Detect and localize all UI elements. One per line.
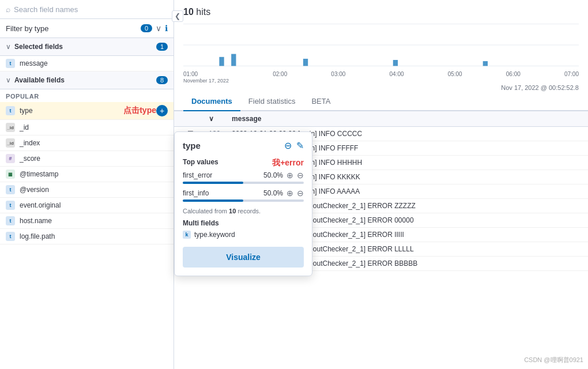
include-first-error-button[interactable]: ⊕ bbox=[287, 171, 293, 180]
popup-actions: ⊖ ✎ bbox=[284, 140, 304, 151]
selected-fields-header[interactable]: ∨ Selected fields 1 bbox=[0, 38, 174, 56]
svg-rect-7 bbox=[483, 61, 488, 66]
sidebar-toggle-button[interactable]: ❮ bbox=[172, 10, 183, 22]
search-icon: ⌕ bbox=[6, 5, 10, 14]
field-name-message: message bbox=[20, 59, 168, 67]
field-type-t-icon: t bbox=[6, 216, 15, 225]
multi-fields-label: Multi fields bbox=[183, 219, 304, 227]
field-name-logpath: log.file.path bbox=[20, 232, 168, 240]
value-row-first-error: first_error 50.0% ⊕ ⊖ bbox=[183, 171, 304, 184]
field-item-version[interactable]: t @version bbox=[0, 182, 174, 198]
field-name-type: type bbox=[20, 107, 121, 115]
field-name-hostname: host.name bbox=[20, 217, 168, 225]
search-box: ⌕ bbox=[0, 0, 174, 19]
progress-fill-first-error bbox=[183, 182, 243, 184]
tab-beta[interactable]: BETA bbox=[303, 92, 338, 111]
field-type-t-icon: t bbox=[6, 232, 15, 241]
field-item-score[interactable]: # _score bbox=[0, 151, 174, 167]
field-type-t-icon: t bbox=[6, 59, 15, 68]
available-count-badge: 8 bbox=[156, 76, 168, 84]
field-type-hash-icon: # bbox=[6, 154, 15, 163]
field-type-id-icon: _id bbox=[6, 123, 15, 132]
available-fields-header[interactable]: ∨ Available fields 8 bbox=[0, 71, 174, 89]
tab-field-statistics[interactable]: Field statistics bbox=[240, 92, 304, 111]
chevron-icon: ∨ bbox=[6, 43, 11, 51]
field-type-t-icon: t bbox=[6, 201, 15, 210]
chevron-down-icon: ∨ bbox=[156, 24, 161, 33]
search-input[interactable] bbox=[14, 5, 168, 14]
svg-rect-4 bbox=[231, 54, 236, 66]
tabs-bar: Documents Field statistics BETA bbox=[174, 92, 588, 111]
col-message[interactable]: message bbox=[226, 111, 588, 127]
keyword-item[interactable]: k type.keyword bbox=[183, 231, 304, 239]
col-actions bbox=[174, 111, 203, 127]
top-values-label: Top values 我+error bbox=[183, 158, 304, 166]
progress-bar-first-info bbox=[183, 199, 304, 202]
field-item-logpath[interactable]: t log.file.path bbox=[0, 229, 174, 244]
sidebar: ⌕ Filter by type 0 ∨ ℹ ∨ Selected fields… bbox=[0, 0, 174, 369]
field-type-cal-icon: ▦ bbox=[6, 170, 15, 179]
exclude-first-info-button[interactable]: ⊖ bbox=[297, 189, 304, 198]
watermark: CSDN @哩啊普0921 bbox=[524, 356, 583, 364]
field-type-t-icon: t bbox=[6, 185, 15, 194]
edit-icon[interactable]: ✎ bbox=[296, 140, 304, 151]
add-type-button[interactable]: + bbox=[156, 105, 168, 116]
filter-label: Filter by type bbox=[6, 24, 141, 33]
value-pct-first-info: 50.0% bbox=[263, 189, 283, 197]
field-item-id[interactable]: _id _id bbox=[0, 120, 174, 135]
field-name-id: _id bbox=[20, 123, 168, 131]
field-item-type[interactable]: t type 点击type + bbox=[0, 102, 174, 120]
hits-label: hits bbox=[196, 7, 210, 17]
click-type-annotation: 点击type bbox=[123, 106, 156, 116]
field-name-index: _index bbox=[20, 139, 168, 147]
popup-header: type ⊖ ✎ bbox=[183, 140, 304, 151]
chart-timestamp: Nov 17, 2022 @ 00:52:52.8 bbox=[174, 83, 588, 92]
keyword-type-icon: k bbox=[183, 231, 191, 239]
tab-beta-label: BETA bbox=[311, 97, 330, 106]
col-expand: ∨ bbox=[203, 111, 226, 127]
field-name-version: @version bbox=[20, 186, 168, 194]
popular-label: Popular bbox=[0, 89, 174, 102]
progress-bar-first-error bbox=[183, 182, 304, 184]
progress-fill-first-info bbox=[183, 199, 243, 202]
filter-row[interactable]: Filter by type 0 ∨ ℹ bbox=[0, 19, 174, 38]
annotation-label: 我+error bbox=[272, 158, 304, 168]
include-first-info-button[interactable]: ⊕ bbox=[287, 189, 293, 198]
value-name-first-error: first_error bbox=[183, 171, 212, 179]
popup-title: type bbox=[183, 141, 201, 150]
exclude-first-error-button[interactable]: ⊖ bbox=[297, 171, 304, 180]
hits-header: 10 hits bbox=[174, 0, 588, 20]
field-name-timestamp: @timestamp bbox=[20, 170, 168, 178]
info-icon[interactable]: ℹ bbox=[165, 24, 168, 33]
calc-count: 10 bbox=[229, 208, 236, 214]
field-type-popup: type ⊖ ✎ Top values 我+error first_error … bbox=[174, 131, 312, 276]
svg-rect-6 bbox=[393, 60, 398, 66]
field-item-event-original[interactable]: t event.original bbox=[0, 198, 174, 213]
field-item-index[interactable]: _id _index bbox=[0, 135, 174, 151]
filter-icon[interactable]: ⊖ bbox=[284, 140, 292, 151]
value-name-first-info: first_info bbox=[183, 189, 209, 197]
available-fields-title: Available fields bbox=[14, 76, 156, 84]
value-pct-first-error: 50.0% bbox=[263, 171, 283, 179]
tab-documents[interactable]: Documents bbox=[183, 92, 240, 111]
chevron-icon: ∨ bbox=[6, 76, 11, 84]
filter-count: 0 bbox=[141, 24, 152, 32]
chart-area: 01:00November 17, 2022 02:00 03:00 04:00… bbox=[174, 20, 588, 83]
field-item-timestamp[interactable]: ▦ @timestamp bbox=[0, 167, 174, 182]
field-name-event-original: event.original bbox=[20, 201, 168, 209]
calc-text: Calculated from 10 records. bbox=[183, 208, 304, 214]
hits-count: 10 bbox=[183, 7, 194, 17]
field-item-hostname[interactable]: t host.name bbox=[0, 213, 174, 229]
visualize-button[interactable]: Visualize bbox=[183, 247, 304, 268]
field-name-score: _score bbox=[20, 155, 168, 163]
svg-rect-5 bbox=[303, 59, 308, 66]
field-type-id-icon: _id bbox=[6, 138, 15, 148]
selected-field-message[interactable]: t message bbox=[0, 56, 174, 71]
selected-fields-title: Selected fields bbox=[14, 43, 156, 51]
value-row-first-info: first_info 50.0% ⊕ ⊖ bbox=[183, 189, 304, 202]
field-type-t-icon: t bbox=[6, 106, 15, 115]
keyword-name: type.keyword bbox=[194, 231, 235, 239]
svg-rect-3 bbox=[219, 57, 224, 66]
histogram-chart bbox=[183, 22, 579, 68]
selected-count-badge: 1 bbox=[156, 43, 168, 51]
